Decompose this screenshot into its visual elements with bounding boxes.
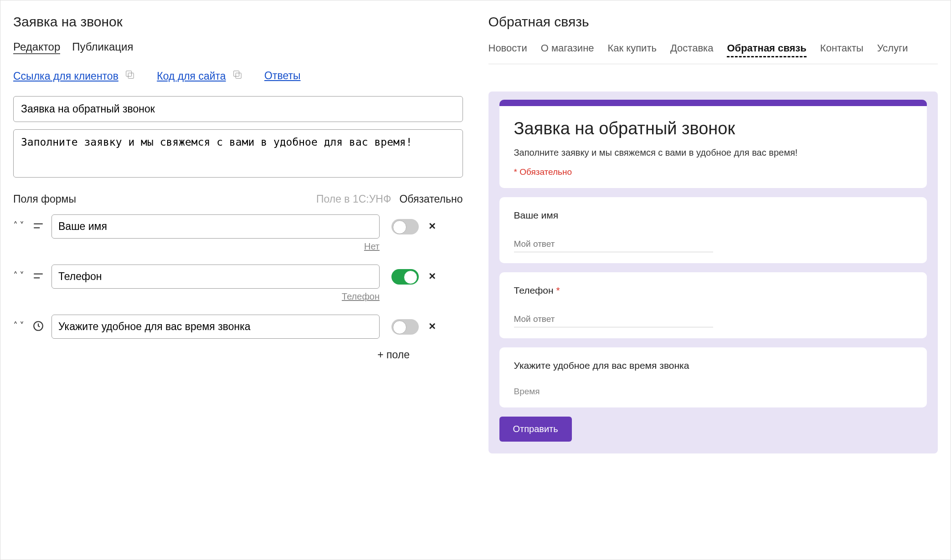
- nav-item[interactable]: Новости: [488, 42, 527, 57]
- submit-button[interactable]: Отправить: [499, 417, 572, 442]
- preview-form-title: Заявка на обратный звонок: [514, 119, 913, 138]
- clock-icon[interactable]: [31, 319, 45, 333]
- text-lines-icon[interactable]: [31, 269, 45, 283]
- form-title-input[interactable]: [13, 96, 463, 122]
- field-name-input[interactable]: [51, 265, 380, 289]
- nav-item[interactable]: Как купить: [608, 42, 657, 57]
- preview-field-label: Укажите удобное для вас время звонка: [514, 360, 913, 371]
- svg-rect-2: [234, 71, 239, 76]
- remove-field-icon[interactable]: ×: [429, 319, 436, 333]
- field-row: ˄˅Телефон×: [13, 265, 463, 302]
- copy-icon[interactable]: [125, 70, 135, 82]
- fields-header: Поля формы Поле в 1С:УНФ Обязательно: [13, 193, 463, 205]
- col-required: Обязательно: [399, 193, 463, 205]
- site-code-link[interactable]: Код для сайта: [157, 70, 226, 82]
- preview-header-card: Заявка на обратный звонок Заполните заяв…: [499, 106, 927, 188]
- field-row: ˄˅Нет×: [13, 214, 463, 252]
- preview-form-desc: Заполните заявку и мы свяжемся с вами в …: [514, 148, 913, 158]
- field-name-input[interactable]: [51, 315, 380, 339]
- tab-editor[interactable]: Редактор: [13, 41, 60, 54]
- preview-field-card: Укажите удобное для вас время звонка Вре…: [499, 347, 927, 407]
- nav-item[interactable]: Контакты: [820, 42, 864, 57]
- tab-publish[interactable]: Публикация: [72, 41, 133, 54]
- preview-field-label: Ваше имя: [514, 210, 913, 221]
- move-up-icon[interactable]: ˄: [13, 221, 18, 230]
- copy-icon[interactable]: [232, 70, 242, 82]
- col-unf: Поле в 1С:УНФ: [316, 193, 391, 205]
- preview-field-label: Телефон *: [514, 285, 913, 296]
- field-row: ˄˅×: [13, 315, 463, 339]
- form-desc-input[interactable]: [13, 129, 463, 178]
- preview-page-title: Обратная связь: [488, 14, 938, 30]
- move-up-icon[interactable]: ˄: [13, 271, 18, 280]
- add-field-button[interactable]: + поле: [13, 349, 410, 361]
- preview-time-placeholder[interactable]: Время: [514, 387, 913, 397]
- svg-rect-0: [126, 71, 132, 76]
- nav-divider: [488, 64, 938, 64]
- move-up-icon[interactable]: ˄: [13, 321, 18, 330]
- editor-panel: Заявка на звонок Редактор Публикация Ссы…: [0, 0, 476, 560]
- preview-answer-input[interactable]: [514, 236, 713, 252]
- form-preview: Заявка на обратный звонок Заполните заяв…: [488, 92, 938, 453]
- preview-answer-input[interactable]: [514, 311, 713, 327]
- tabs: Редактор Публикация: [13, 41, 463, 54]
- move-down-icon[interactable]: ˅: [20, 271, 24, 280]
- preview-field-card: Телефон *: [499, 272, 927, 338]
- field-name-input[interactable]: [51, 214, 380, 239]
- required-toggle[interactable]: [391, 269, 419, 285]
- preview-field-card: Ваше имя: [499, 197, 927, 263]
- remove-field-icon[interactable]: ×: [429, 269, 436, 283]
- answers-link[interactable]: Ответы: [264, 70, 300, 81]
- nav-item[interactable]: Доставка: [670, 42, 713, 57]
- field-mapping-link[interactable]: Нет: [51, 241, 380, 252]
- nav-item[interactable]: Услуги: [877, 42, 908, 57]
- page-title: Заявка на звонок: [13, 14, 463, 30]
- link-bar: Ссылка для клиентов Код для сайта Ответы: [13, 70, 463, 82]
- field-mapping-link[interactable]: Телефон: [51, 291, 380, 302]
- move-down-icon[interactable]: ˅: [20, 321, 24, 330]
- svg-rect-3: [236, 73, 241, 78]
- nav-item[interactable]: О магазине: [541, 42, 594, 57]
- remove-field-icon[interactable]: ×: [429, 219, 436, 233]
- move-down-icon[interactable]: ˅: [20, 221, 24, 230]
- preview-required-note: Обязательно: [514, 167, 913, 177]
- preview-accent-bar: [499, 100, 927, 106]
- svg-rect-1: [129, 73, 134, 78]
- nav-item[interactable]: Обратная связь: [727, 42, 806, 57]
- text-lines-icon[interactable]: [31, 219, 45, 233]
- fields-label: Поля формы: [13, 193, 316, 205]
- preview-panel: Обратная связь НовостиО магазинеКак купи…: [476, 0, 951, 560]
- required-toggle[interactable]: [391, 319, 419, 335]
- preview-nav: НовостиО магазинеКак купитьДоставкаОбрат…: [488, 42, 938, 57]
- required-toggle[interactable]: [391, 219, 419, 234]
- client-link[interactable]: Ссылка для клиентов: [13, 70, 118, 82]
